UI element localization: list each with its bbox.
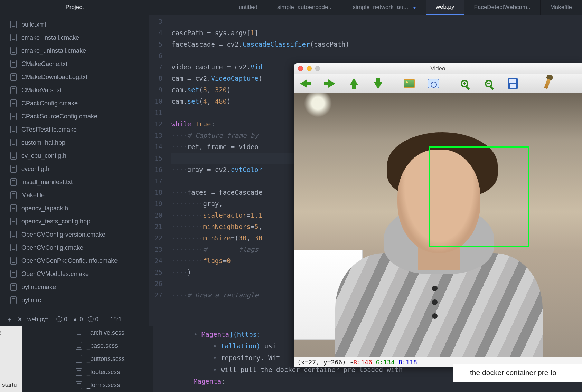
file-item[interactable]: cv_cpu_config.h [0,149,149,162]
file-item[interactable]: CMakeVars.txt [0,84,149,97]
zoom-region-icon[interactable] [426,78,440,89]
window-maximize-button [315,66,320,71]
file-item[interactable]: cmake_install.cmake [0,31,149,44]
file-icon [10,244,17,251]
file-label: OpenCVConfig.cmake [21,244,83,251]
window-close-button[interactable] [298,66,303,71]
file-label: CPackSourceConfig.cmake [21,113,97,120]
code-line[interactable]: cascPath = sys.argv[1] [171,27,582,39]
video-window-title: Video [294,65,582,72]
code-line[interactable] [171,50,582,61]
nav-right-button[interactable] [323,78,337,89]
editor-tab[interactable]: untitled [229,0,267,15]
file-item[interactable]: pylintrc [0,294,149,307]
nav-up-button[interactable] [347,78,361,89]
file-icon [10,34,17,41]
line-number: 18 [149,187,162,198]
file-item[interactable]: CMakeCache.txt [0,57,149,70]
file-icon [10,257,17,265]
file-item[interactable]: _footer.scss [22,365,153,379]
editor-tab[interactable]: Makefile [541,0,582,15]
file-icon [10,60,17,68]
video-coords: (x=27, y=266) ~ [297,358,354,366]
line-number: 25 [149,267,162,278]
file-item[interactable]: pylint.cmake [0,280,149,294]
code-line[interactable] [171,16,582,27]
file-item[interactable]: OpenCVGenPkgConfig.info.cmake [0,254,149,267]
file-item[interactable]: CPackConfig.cmake [0,97,149,110]
file-item[interactable]: install_manifest.txt [0,175,149,189]
add-icon[interactable]: ＋ [6,315,12,324]
file-label: opencv_tests_config.hpp [21,218,90,225]
line-number: 11 [149,107,162,118]
zoom-out-button[interactable]: − [482,78,496,89]
nav-down-button[interactable] [371,78,385,89]
editor-tab[interactable]: web.py [426,0,464,15]
file-item[interactable]: _archive.scss [22,326,153,339]
file-label: CPackConfig.cmake [21,100,78,107]
save-button[interactable] [506,78,520,89]
file-item[interactable]: build.xml [0,18,149,31]
video-window[interactable]: Video + − (x=27, y=266) ~ R:146 G:134 B:… [294,63,582,367]
file-item[interactable]: OpenCVConfig.cmake [0,241,149,254]
file-label: CTestTestfile.cmake [21,126,77,133]
file-label: OpenCVModules.cmake [21,270,89,278]
file-icon [76,368,82,376]
file-item[interactable]: opencv_lapack.h [0,202,149,215]
file-icon [10,204,17,212]
file-label: custom_hal.hpp [21,139,65,146]
line-number: 14 [149,141,162,153]
video-titlebar[interactable]: Video [294,63,582,74]
file-label: _forms.scss [87,382,120,389]
file-item[interactable]: custom_hal.hpp [0,136,149,149]
file-icon [76,355,82,363]
file-item[interactable]: opencv_tests_config.hpp [0,215,149,228]
file-icon [10,86,17,94]
background-window-fragment: _mkl_20 startu [0,326,22,392]
file-icon [10,296,17,304]
nav-left-button[interactable] [299,78,312,89]
file-item[interactable]: CMakeDownloadLog.txt [0,70,149,84]
file-label: cv_cpu_config.h [21,152,66,160]
line-number: 4 [149,27,162,39]
file-label: opencv_lapack.h [21,205,68,212]
file-item[interactable]: _buttons.scss [22,352,153,365]
file-label: OpenCVConfig-version.cmake [21,231,105,238]
image-icon[interactable] [402,78,416,89]
file-label: install_manifest.txt [21,179,73,186]
file-label: _base.scss [87,342,118,350]
line-number: 22 [149,232,162,244]
file-item[interactable]: OpenCVModules.cmake [0,267,149,280]
file-item[interactable]: CPackSourceConfig.cmake [0,110,149,123]
editor-tab[interactable]: FaceDetectWebcam.. [464,0,541,15]
file-item[interactable]: _forms.scss [22,379,153,392]
file-item[interactable]: cmake_uninstall.cmake [0,44,149,57]
file-icon [10,231,17,238]
bg-frag-text: startu [2,382,17,389]
editor-tab[interactable]: simple_autoencode... [267,0,343,15]
pixel-b: B:118 [398,358,417,366]
file-icon [10,270,17,278]
line-number: 16 [149,164,162,175]
status-warnings: ▲ 0 [72,316,83,323]
status-bar: ＋ ✕ web.py* ⓘ 0 ▲ 0 ⓘ 0 15:1 [0,313,149,326]
bg-frag-text: _mkl_20 [0,330,1,337]
file-label: build.xml [21,21,46,28]
zoom-in-button[interactable]: + [458,78,471,89]
file-item[interactable]: CTestTestfile.cmake [0,123,149,136]
file-icon [10,139,17,146]
editor-tabs: untitledsimple_autoencode...simple_netwo… [149,0,582,15]
video-frame [294,93,582,357]
file-item[interactable]: OpenCVConfig-version.cmake [0,228,149,241]
code-line[interactable]: faceCascade = cv2.CascadeClassifier(casc… [171,39,582,50]
editor-tab[interactable]: simple_network_au... [343,0,426,15]
file-icon [10,21,17,28]
file-item[interactable]: cvconfig.h [0,162,149,175]
close-icon[interactable]: ✕ [17,316,22,323]
brush-icon[interactable] [541,78,554,89]
line-number: 20 [149,210,162,221]
window-minimize-button[interactable] [307,66,312,71]
file-item[interactable]: Makefile [0,189,149,202]
file-item[interactable]: _base.scss [22,339,153,352]
line-number: 21 [149,221,162,232]
